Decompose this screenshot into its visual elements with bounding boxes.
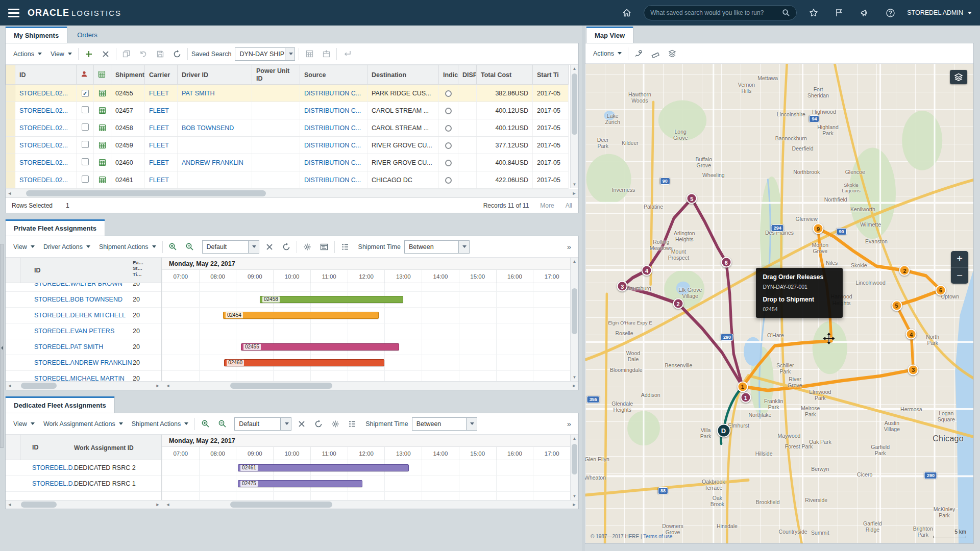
driver-row[interactable]: STOREDEL.EVAN PETERS20 xyxy=(6,323,161,339)
shipment-row[interactable]: STOREDEL.02...02459FLEETDISTRIBUTION C..… xyxy=(6,137,569,154)
shipment-row[interactable]: STOREDEL.02...02460FLEETANDREW FRANKLIND… xyxy=(6,154,569,171)
dedicated-vertical-scrollbar[interactable]: ▲ ▼ xyxy=(570,435,578,500)
scroll-right-arrow[interactable]: ► xyxy=(570,191,578,196)
scroll-right-arrow[interactable]: ► xyxy=(154,383,162,388)
shipment-time-combo[interactable]: Between xyxy=(412,417,477,431)
carrier-link[interactable]: FLEET xyxy=(149,90,169,97)
driver-id-link[interactable]: STOREDEL.WALTER BROWN xyxy=(34,283,122,287)
clear-icon[interactable] xyxy=(295,418,308,430)
gantt-bar-02460[interactable]: 02460 xyxy=(224,359,384,366)
tab-my-shipments[interactable]: My Shipments xyxy=(5,27,67,43)
map-stop-marker-orange-6[interactable]: 6 xyxy=(936,285,946,295)
spreadsheet-icon[interactable] xyxy=(99,124,106,132)
map-stop-marker-maroon-5[interactable]: 5 xyxy=(687,193,697,204)
row-selector-cell[interactable] xyxy=(6,137,15,154)
shipment-row[interactable]: STOREDEL.02...02457FLEETDISTRIBUTION C..… xyxy=(6,102,569,119)
scroll-down-arrow[interactable]: ▼ xyxy=(571,181,578,188)
view-menu-button[interactable]: View xyxy=(11,418,37,430)
scroll-down-arrow[interactable]: ▼ xyxy=(571,492,578,500)
map-depot-marker[interactable]: D xyxy=(717,424,730,438)
driver-row[interactable]: STOREDEL.WALTER BROWN20 xyxy=(6,283,161,292)
private-vertical-scrollbar[interactable]: ▲ ▼ xyxy=(570,258,578,381)
row-selector-cell[interactable] xyxy=(6,102,15,119)
spreadsheet-icon[interactable] xyxy=(99,176,106,184)
scroll-left-arrow[interactable]: ◄ xyxy=(6,191,14,196)
resource-settings-icon[interactable] xyxy=(301,241,314,253)
row-checkbox[interactable] xyxy=(82,123,89,131)
view-menu-button[interactable]: View xyxy=(48,48,75,60)
driver-row[interactable]: STOREDEL.MICHAEL MARTIN20 xyxy=(6,371,161,381)
row-checkbox[interactable] xyxy=(82,141,89,148)
duplicate-icon[interactable] xyxy=(120,48,133,60)
private-gantt-body[interactable]: 02458024540245502460 xyxy=(162,283,570,381)
shipment-time-combo[interactable]: Between xyxy=(404,240,470,254)
scroll-up-arrow[interactable]: ▲ xyxy=(571,65,578,72)
shipment-id-link[interactable]: STOREDEL.02... xyxy=(19,107,68,114)
shipments-vertical-scrollbar[interactable]: ▲ ▼ xyxy=(570,65,578,188)
tab-private-fleet-assignments[interactable]: Private Fleet Assignments xyxy=(5,219,105,236)
row-checkbox[interactable] xyxy=(82,176,89,183)
map-stop-marker-orange-1[interactable]: 1 xyxy=(737,381,748,392)
driver-row[interactable]: STOREDEL.DEREK MITCHELL20 xyxy=(6,308,161,323)
driver-row[interactable]: STOREDEL.BOB TOWNSEND20 xyxy=(6,292,161,308)
save-icon[interactable] xyxy=(154,48,167,60)
indicator-radio[interactable] xyxy=(445,125,452,132)
row-selector-cell[interactable] xyxy=(6,154,15,171)
map-measure-icon[interactable] xyxy=(649,47,662,60)
indicator-radio[interactable] xyxy=(445,108,452,114)
terms-of-use-link[interactable]: Terms of use xyxy=(643,534,672,539)
row-selector-cell[interactable] xyxy=(6,119,15,137)
combo-dropdown-button[interactable] xyxy=(280,418,291,430)
legend-icon[interactable] xyxy=(338,241,352,253)
scroll-left-arrow[interactable]: ◄ xyxy=(164,383,172,388)
announcements-icon[interactable] xyxy=(856,4,873,21)
table-view-icon[interactable] xyxy=(303,48,316,60)
tab-map-view[interactable]: Map View xyxy=(586,27,633,43)
add-row-button[interactable] xyxy=(82,48,95,60)
user-menu[interactable]: STOREDEL ADMIN xyxy=(907,9,972,16)
driver-id-link[interactable]: STOREDEL.BOB TOWNSEND xyxy=(34,296,122,303)
scroll-up-arrow[interactable]: ▲ xyxy=(571,435,578,442)
driver-link[interactable]: BOB TOWNSEND xyxy=(182,124,234,132)
shipment-id-link[interactable]: STOREDEL.02... xyxy=(19,90,68,97)
driver-row[interactable]: STOREDEL.ANDREW FRANKLIN20 xyxy=(6,355,161,371)
refresh-icon[interactable] xyxy=(170,48,184,60)
go-icon[interactable] xyxy=(340,48,354,60)
shipment-row[interactable]: STOREDEL.02...✓02455FLEETPAT SMITHDISTRI… xyxy=(6,85,569,102)
flag-icon[interactable] xyxy=(830,4,848,21)
shipment-row[interactable]: STOREDEL.02...02458FLEETBOB TOWNSENDDIST… xyxy=(6,119,569,137)
source-link[interactable]: DISTRIBUTION C... xyxy=(304,90,361,97)
gantt-bar-02458[interactable]: 02458 xyxy=(260,296,403,303)
gantt-preset-combo[interactable]: Default xyxy=(202,240,259,254)
view-menu-button[interactable]: View xyxy=(11,241,37,253)
map-stop-marker-orange-2[interactable]: 2 xyxy=(899,265,910,276)
undo-icon[interactable] xyxy=(137,48,150,60)
shipment-actions-menu-button[interactable]: Shipment Actions xyxy=(129,418,191,430)
records-all-link[interactable]: All xyxy=(566,202,572,209)
scroll-left-arrow[interactable]: ◄ xyxy=(6,383,14,388)
zoom-out-icon[interactable] xyxy=(215,418,229,430)
map-stop-marker-orange-5[interactable]: 5 xyxy=(891,300,902,311)
carrier-link[interactable]: FLEET xyxy=(149,142,169,149)
search-icon[interactable] xyxy=(782,9,790,17)
zoom-in-icon[interactable] xyxy=(166,241,180,253)
collapse-splitter[interactable] xyxy=(0,244,4,448)
row-checkbox[interactable]: ✓ xyxy=(82,90,89,97)
scroll-up-arrow[interactable]: ▲ xyxy=(571,258,578,265)
map-tools-icon[interactable] xyxy=(632,47,645,60)
refresh-icon[interactable] xyxy=(280,241,293,253)
map-stop-marker-maroon-4[interactable]: 4 xyxy=(642,265,652,276)
shipment-row[interactable]: STOREDEL.02...02461FLEETDISTRIBUTION C..… xyxy=(6,171,569,189)
spreadsheet-icon[interactable] xyxy=(99,141,106,149)
map-layers-button[interactable] xyxy=(950,70,967,84)
row-checkbox[interactable] xyxy=(82,158,89,165)
favorites-star-icon[interactable] xyxy=(805,4,822,21)
dedicated-gantt-body[interactable]: 0246102475 xyxy=(162,460,570,500)
indicator-radio[interactable] xyxy=(445,177,452,184)
shipment-id-link[interactable]: STOREDEL.02... xyxy=(19,159,68,166)
driver-row[interactable]: STOREDEL.PAT SMITH20 xyxy=(6,339,161,355)
source-link[interactable]: DISTRIBUTION C... xyxy=(304,177,361,184)
records-more-link[interactable]: More xyxy=(540,202,554,209)
scroll-down-arrow[interactable]: ▼ xyxy=(571,373,578,381)
shipment-id-link[interactable]: STOREDEL.02... xyxy=(19,177,68,184)
